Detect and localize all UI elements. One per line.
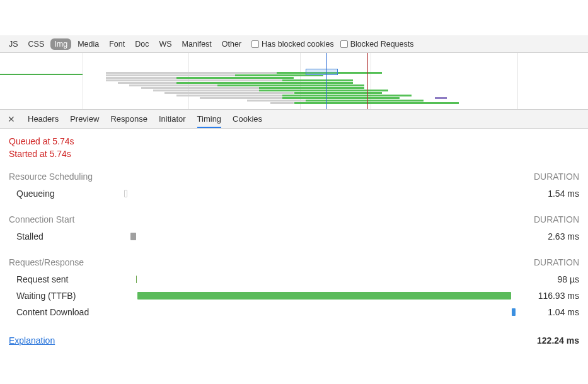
filter-css[interactable]: CSS	[25, 38, 49, 50]
filter-doc[interactable]: Doc	[131, 38, 153, 50]
section-title: Resource Scheduling	[9, 172, 93, 182]
duration-column-label: DURATION	[534, 257, 579, 267]
load-marker	[367, 53, 368, 109]
filter-media[interactable]: Media	[74, 38, 103, 50]
section-request-response: Request/Response DURATION Request sent 9…	[9, 257, 579, 320]
filter-ws[interactable]: WS	[155, 38, 175, 50]
tab-cookies[interactable]: Cookies	[233, 110, 262, 127]
row-duration: 98 µs	[522, 274, 579, 284]
checkbox-label: Blocked Requests	[350, 40, 414, 49]
row-duration: 116.93 ms	[522, 291, 579, 301]
section-connection-start: Connection Start DURATION Stalled 2.63 m…	[9, 214, 579, 245]
started-text: Started at 5.74s	[9, 149, 579, 159]
row-label: Queueing	[9, 189, 116, 199]
timing-bar	[512, 308, 516, 316]
checkbox-label: Has blocked cookies	[262, 40, 334, 49]
timing-row-waiting-ttfb: Waiting (TTFB) 116.93 ms	[9, 288, 579, 304]
waterfall-overview[interactable]	[0, 53, 588, 110]
timing-row-request-sent: Request sent 98 µs	[9, 271, 579, 288]
tab-headers[interactable]: Headers	[28, 110, 59, 127]
duration-column-label: DURATION	[534, 214, 579, 224]
row-label: Content Download	[9, 307, 116, 317]
tab-response[interactable]: Response	[110, 110, 147, 127]
checkbox-icon	[340, 40, 348, 48]
detail-tabs: ✕ Headers Preview Response Initiator Tim…	[0, 110, 588, 129]
checkbox-icon	[251, 40, 259, 48]
checkbox-blocked-cookies[interactable]: Has blocked cookies	[251, 40, 334, 49]
timing-bar	[137, 292, 511, 300]
timing-bar	[130, 233, 136, 240]
filter-js[interactable]: JS	[5, 38, 22, 50]
filter-manifest[interactable]: Manifest	[178, 38, 216, 50]
timing-panel: Queued at 5.74s Started at 5.74s Resourc…	[0, 129, 588, 353]
filter-bar: JS CSS Img Media Font Doc WS Manifest Ot…	[0, 35, 588, 53]
filter-font[interactable]: Font	[105, 38, 129, 50]
timing-bar	[136, 276, 137, 283]
waterfall-start-line	[0, 74, 83, 75]
close-icon[interactable]: ✕	[6, 114, 16, 124]
row-label: Stalled	[9, 231, 116, 241]
explanation-link[interactable]: Explanation	[9, 335, 55, 346]
row-duration: 1.04 ms	[522, 307, 579, 317]
tab-timing[interactable]: Timing	[197, 110, 222, 128]
tab-preview[interactable]: Preview	[70, 110, 99, 127]
section-title: Connection Start	[9, 214, 74, 224]
timing-row-queueing: Queueing 1.54 ms	[9, 185, 579, 202]
timing-row-content-download: Content Download 1.04 ms	[9, 304, 579, 320]
timing-footer: Explanation 122.24 ms	[9, 335, 579, 346]
domcontentloaded-marker	[326, 53, 327, 109]
filter-img[interactable]: Img	[50, 38, 71, 50]
section-title: Request/Response	[9, 257, 84, 267]
waterfall-selection-box[interactable]	[306, 69, 338, 75]
duration-column-label: DURATION	[534, 172, 579, 182]
filter-other[interactable]: Other	[218, 38, 245, 50]
row-label: Waiting (TTFB)	[9, 291, 116, 301]
timing-bar	[124, 190, 127, 197]
row-label: Request sent	[9, 274, 116, 284]
timing-row-stalled: Stalled 2.63 ms	[9, 228, 579, 245]
tab-initiator[interactable]: Initiator	[159, 110, 186, 127]
checkbox-blocked-requests[interactable]: Blocked Requests	[340, 40, 414, 49]
row-duration: 2.63 ms	[522, 231, 579, 241]
row-duration: 1.54 ms	[522, 189, 579, 199]
total-duration: 122.24 ms	[537, 335, 579, 346]
queued-text: Queued at 5.74s	[9, 136, 579, 146]
section-resource-scheduling: Resource Scheduling DURATION Queueing 1.…	[9, 172, 579, 202]
